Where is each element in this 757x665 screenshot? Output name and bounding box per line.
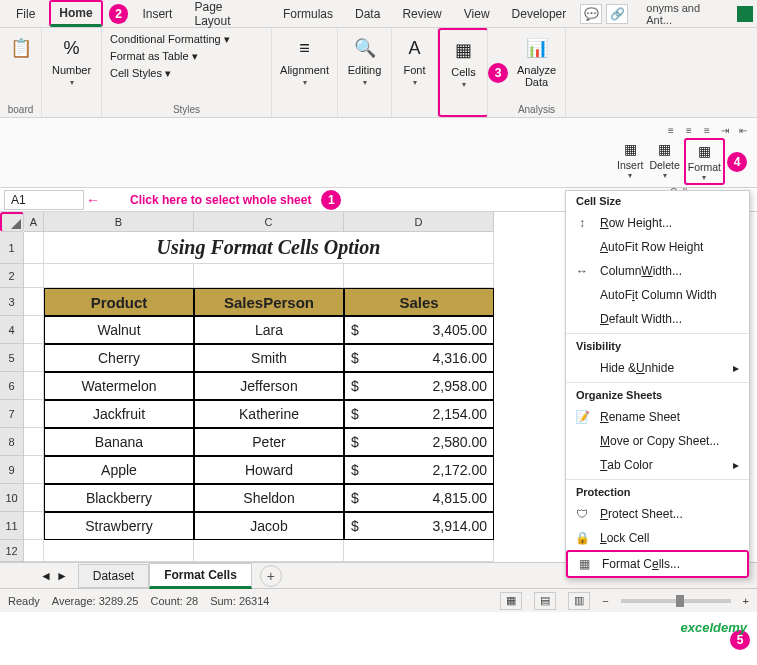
row-head[interactable]: 2 <box>0 264 24 288</box>
header-salesperson[interactable]: SalesPerson <box>194 288 344 316</box>
tab-pagelayout[interactable]: Page Layout <box>186 0 269 32</box>
indent-icon[interactable]: ⇥ <box>717 122 733 138</box>
table-cell-sp[interactable]: Sheldon <box>194 484 344 512</box>
sheet-title[interactable]: Using Format Cells Option <box>44 232 494 264</box>
insert-cells-button[interactable]: ▦Insert▾ <box>615 138 645 185</box>
dd-rename-sheet[interactable]: 📝Rename SheetRename Sheet <box>566 405 749 429</box>
cells-button[interactable]: ▦Cells▾ <box>446 34 482 91</box>
tab-developer[interactable]: Developer <box>504 3 575 25</box>
tab-file[interactable]: File <box>8 3 43 25</box>
alignment-button[interactable]: ≡Alignment▾ <box>276 32 333 89</box>
align-center-icon[interactable]: ≡ <box>681 122 697 138</box>
font-button[interactable]: AFont▾ <box>397 32 433 89</box>
table-cell-product[interactable]: Watermelon <box>44 372 194 400</box>
tab-insert[interactable]: Insert <box>134 3 180 25</box>
table-cell-sp[interactable]: Lara <box>194 316 344 344</box>
tab-formulas[interactable]: Formulas <box>275 3 341 25</box>
sheet-tab-dataset[interactable]: Dataset <box>78 564 149 588</box>
worksheet[interactable]: Using Format Cells Option Product SalesP… <box>24 232 494 562</box>
table-cell-sales[interactable]: $4,815.00 <box>344 484 494 512</box>
row-head[interactable]: 9 <box>0 456 24 484</box>
table-cell-sales[interactable]: $4,316.00 <box>344 344 494 372</box>
row-head[interactable]: 4 <box>0 316 24 344</box>
sheet-nav-prev-icon[interactable]: ◄ <box>40 569 52 583</box>
align-left-icon[interactable]: ≡ <box>663 122 679 138</box>
zoom-out-button[interactable]: − <box>602 595 608 607</box>
table-cell-sales[interactable]: $2,172.00 <box>344 456 494 484</box>
table-cell-sp[interactable]: Smith <box>194 344 344 372</box>
select-all-triangle[interactable] <box>0 212 24 232</box>
dd-column-width[interactable]: ↔Column Width...Column Width... <box>566 259 749 283</box>
zoom-in-button[interactable]: + <box>743 595 749 607</box>
dd-protect-sheet[interactable]: 🛡Protect Sheet...Protect Sheet... <box>566 502 749 526</box>
analyze-data-button[interactable]: 📊Analyze Data <box>513 32 560 90</box>
col-head-b[interactable]: B <box>44 212 194 232</box>
row-head[interactable]: 6 <box>0 372 24 400</box>
table-cell-product[interactable]: Strawberry <box>44 512 194 540</box>
zoom-slider[interactable] <box>621 599 731 603</box>
name-box[interactable]: A1 <box>4 190 84 210</box>
table-cell-sp[interactable]: Peter <box>194 428 344 456</box>
outdent-icon[interactable]: ⇤ <box>735 122 751 138</box>
table-cell-product[interactable]: Walnut <box>44 316 194 344</box>
align-right-icon[interactable]: ≡ <box>699 122 715 138</box>
format-as-table[interactable]: Format as Table ▾ <box>108 49 232 64</box>
conditional-formatting[interactable]: Conditional Formatting ▾ <box>108 32 232 47</box>
view-pagelayout-icon[interactable]: ▤ <box>534 592 556 610</box>
dd-lock-cell[interactable]: 🔒Lock CellLock Cell <box>566 526 749 550</box>
format-cells-button[interactable]: ▦Format▾ <box>684 138 725 185</box>
table-cell-sp[interactable]: Jacob <box>194 512 344 540</box>
row-head[interactable]: 11 <box>0 512 24 540</box>
tab-view[interactable]: View <box>456 3 498 25</box>
header-product[interactable]: Product <box>44 288 194 316</box>
table-cell-product[interactable]: Cherry <box>44 344 194 372</box>
dd-move-copy[interactable]: Move or Copy Sheet...Move or Copy Sheet.… <box>566 429 749 453</box>
row-head[interactable]: 5 <box>0 344 24 372</box>
sheet-nav-next-icon[interactable]: ► <box>56 569 68 583</box>
tab-data[interactable]: Data <box>347 3 388 25</box>
delete-cells-button[interactable]: ▦Delete▾ <box>647 138 681 185</box>
table-cell-sales[interactable]: $2,580.00 <box>344 428 494 456</box>
col-head-d[interactable]: D <box>344 212 494 232</box>
dd-format-cells[interactable]: ▦Format Cells...Format Cells... <box>566 550 749 578</box>
col-head-a[interactable]: A <box>24 212 44 232</box>
table-cell-product[interactable]: Banana <box>44 428 194 456</box>
dd-tab-color[interactable]: Tab ColorTab Color▸ <box>566 453 749 477</box>
row-head[interactable]: 10 <box>0 484 24 512</box>
row-head[interactable]: 12 <box>0 540 24 562</box>
share-icon[interactable]: 🔗 <box>606 4 628 24</box>
table-cell-sales[interactable]: $3,405.00 <box>344 316 494 344</box>
status-bar: Ready Average: 3289.25 Count: 28 Sum: 26… <box>0 588 757 612</box>
table-cell-sp[interactable]: Jefferson <box>194 372 344 400</box>
dd-autofit-col[interactable]: AutoFit Column WidthAutoFit Column Width <box>566 283 749 307</box>
table-cell-sales[interactable]: $2,154.00 <box>344 400 494 428</box>
dd-autofit-row[interactable]: AutoFit Row HeightAutoFit Row Height <box>566 235 749 259</box>
clipboard-button[interactable]: 📋 <box>3 32 39 64</box>
dd-default-width[interactable]: Default Width...Default Width... <box>566 307 749 331</box>
dd-row-height[interactable]: ↕Row Row Height...Height... <box>566 211 749 235</box>
header-sales[interactable]: Sales <box>344 288 494 316</box>
editing-button[interactable]: 🔍Editing▾ <box>344 32 386 89</box>
tab-review[interactable]: Review <box>394 3 449 25</box>
table-cell-sp[interactable]: Katherine <box>194 400 344 428</box>
table-cell-sp[interactable]: Howard <box>194 456 344 484</box>
cell-styles[interactable]: Cell Styles ▾ <box>108 66 232 81</box>
row-head[interactable]: 3 <box>0 288 24 316</box>
row-head[interactable]: 8 <box>0 428 24 456</box>
comments-icon[interactable]: 💬 <box>580 4 602 24</box>
add-sheet-button[interactable]: + <box>260 565 282 587</box>
table-cell-product[interactable]: Apple <box>44 456 194 484</box>
number-button[interactable]: %Number▾ <box>48 32 95 89</box>
view-normal-icon[interactable]: ▦ <box>500 592 522 610</box>
tab-home[interactable]: Home <box>49 0 102 27</box>
col-head-c[interactable]: C <box>194 212 344 232</box>
row-head[interactable]: 7 <box>0 400 24 428</box>
table-cell-product[interactable]: Jackfruit <box>44 400 194 428</box>
table-cell-sales[interactable]: $2,958.00 <box>344 372 494 400</box>
row-head[interactable]: 1 <box>0 232 24 264</box>
table-cell-sales[interactable]: $3,914.00 <box>344 512 494 540</box>
view-pagebreak-icon[interactable]: ▥ <box>568 592 590 610</box>
dd-hide-unhide[interactable]: Hide & UnhideHide & Unhide▸ <box>566 356 749 380</box>
sheet-tab-formatcells[interactable]: Format Cells <box>149 563 252 589</box>
table-cell-product[interactable]: Blackberry <box>44 484 194 512</box>
